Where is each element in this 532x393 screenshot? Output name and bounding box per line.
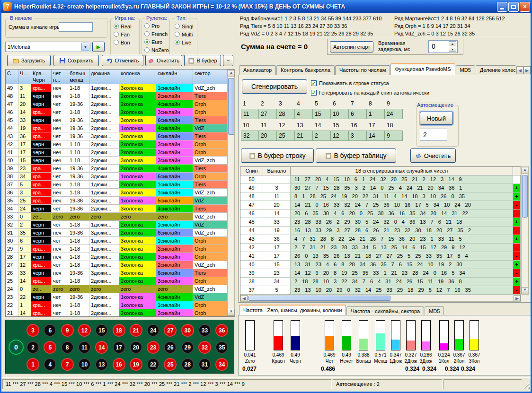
scrollbar-thumb[interactable]	[522, 175, 528, 218]
header-cell[interactable]: четн...	[52, 70, 68, 84]
table-row[interactable]: 322чернчет1-181дюжи...2колонка1сиклайнVd…	[6, 221, 235, 229]
scrollbar-thumb[interactable]	[228, 78, 234, 135]
board-number[interactable]: 7	[61, 358, 74, 371]
tab-контроль-банкролла[interactable]: Контроль банкролла	[276, 65, 335, 75]
board-number[interactable]: 25	[164, 358, 177, 371]
table-row[interactable]: 5011 27 28 4 15 10 6 1 24 32 20 25 21 2 …	[240, 175, 521, 184]
board-number[interactable]: 33	[198, 324, 211, 337]
tabs-scroll-right-icon[interactable]: ▶	[523, 66, 531, 74]
table-row[interactable]: 3424чернчет19-362дюжи...3колонка4сиклайн…	[6, 205, 235, 213]
start-sum-input[interactable]	[59, 22, 93, 32]
board-number[interactable]: 27	[164, 324, 177, 337]
board-number[interactable]: 22	[147, 358, 160, 371]
table-row[interactable]: 4015черннеч1-182дюжи...3колонка3сиклайнV…	[6, 157, 235, 165]
table-row[interactable]: 2114кра...чет1-182дюжи...2колонка3сиклай…	[6, 309, 235, 317]
generate-button[interactable]: Сгенерировать	[242, 79, 307, 94]
table-row[interactable]: 42172 7 31 21 23 28 33 34 5 13 25 14 6 1…	[240, 244, 521, 252]
header-cell[interactable]: колонка	[119, 70, 156, 84]
radio-nozero[interactable]: NoZero	[144, 46, 169, 54]
table-row[interactable]: 453323 28 33 26 2 29 30 5 24 32 0 4 36 1…	[240, 218, 521, 227]
checkbox-show-status[interactable]: ✓ Показывать в строке статуса	[311, 80, 389, 86]
table-row[interactable]: 461420 6 35 30 4 6 20 0 25 30 36 16 35 3…	[240, 210, 521, 218]
table-row[interactable]: 411726 0 13 35 26 13 21 18 27 27 25 5 25…	[240, 252, 521, 261]
table-row[interactable]: 3525кра...неч19-363дюжи...1колонка5сикла…	[6, 197, 235, 205]
load-button[interactable]: Загрузить	[7, 55, 51, 66]
generated-table-vscroll[interactable]: ▲ ▼	[521, 166, 529, 295]
table-row[interactable]: 4217черннеч1-182дюжи...2колонка3сиклайнO…	[6, 140, 235, 148]
radio-euro[interactable]: Euro	[144, 38, 169, 46]
board-number[interactable]: 8	[61, 341, 74, 354]
board-number[interactable]: 5	[44, 341, 56, 354]
table-row[interactable]: 48118 1 28 25 24 19 20 22 31 11 4 14 18 …	[240, 192, 521, 201]
table-row[interactable]: 4117черннеч1-182дюжи...2колонка3сиклайнO…	[6, 148, 235, 157]
tab-частота-сиклайны-сектора[interactable]: Частота - сиклайны, сектора	[346, 306, 424, 316]
radio-multi[interactable]: Multi	[175, 30, 193, 38]
radio-french[interactable]: French	[144, 30, 169, 38]
tab-md5[interactable]: MD5	[456, 65, 475, 75]
tab-частота-zero-шансы-дюжины-колонки[interactable]: Частота - Zero, шансы, дюжины, колонки	[239, 305, 346, 316]
board-number[interactable]: 26	[164, 341, 177, 354]
header-cell[interactable]: дюжина	[89, 70, 119, 84]
close-button[interactable]: ×	[520, 2, 530, 12]
table-row[interactable]: 4720чернчет19-362дюжи...2колонка4сиклайн…	[6, 100, 235, 108]
radio-live[interactable]: Live	[175, 38, 193, 46]
table-row[interactable]: 2817черннеч1-182дюжи...2колонка3сиклайнO…	[6, 253, 235, 261]
board-number[interactable]: 21	[130, 324, 142, 337]
clear-generated-button[interactable]: Очистить	[410, 148, 456, 163]
header-cell[interactable]: Кра...Черн	[31, 70, 52, 84]
board-number[interactable]: 17	[113, 341, 125, 354]
autoshift-input[interactable]	[420, 129, 447, 141]
spinner-down-icon[interactable]: ▼	[449, 47, 456, 52]
tab-функционал-psevdoms[interactable]: Функционал PsevdoMS	[390, 63, 455, 75]
collapse-button[interactable]: –	[223, 55, 233, 66]
delay-spinner[interactable]: 0 ▲ ▼	[428, 40, 458, 53]
table-row[interactable]: 330ze...zerozerozerozerozeroVdZ_zch	[6, 213, 235, 221]
board-zero[interactable]: 0	[9, 340, 24, 355]
table-row[interactable]: 2633черннеч19-363дюжи...3колонка6сиклайн…	[6, 269, 235, 277]
board-number[interactable]: 14	[95, 341, 108, 354]
table-row[interactable]: 2322чернчет19-362дюжи...1колонка4сиклайн…	[6, 293, 235, 301]
table-row[interactable]: 37523 13 10 20 29 0 32 14 25 33 29 18 29…	[240, 286, 521, 295]
table-row[interactable]: 49330 27 7 15 28 35 3 2 14 0 25 4 24 21 …	[240, 184, 521, 192]
table-row[interactable]: 363кра...неч1-181дюжи...3колонка1сиклайн…	[6, 189, 235, 197]
scroll-down-icon[interactable]: ▼	[228, 309, 235, 316]
chevron-down-icon[interactable]: ▼	[81, 43, 89, 51]
board-number[interactable]: 6	[44, 324, 56, 337]
radio-singl[interactable]: Singl	[175, 22, 193, 30]
history-scrollbar[interactable]: ▲ ▼	[227, 70, 235, 316]
board-number[interactable]: 4	[44, 358, 56, 371]
board-number[interactable]: 3	[27, 324, 39, 337]
table-row[interactable]: 472014 21 0 16 33 32 24 7 25 36 10 16 17…	[240, 201, 521, 210]
tab-частоты-по-числам[interactable]: Частоты по числам	[335, 65, 390, 75]
tabs-scroll-left-icon[interactable]: ◀	[516, 66, 523, 74]
board-number[interactable]: 20	[130, 341, 142, 354]
minimize-button[interactable]	[497, 2, 507, 12]
table-row[interactable]: 3135черннеч19-363дюжи...2колонка6сиклайн…	[6, 229, 235, 237]
radio-fan[interactable]: Fan	[114, 30, 132, 38]
radio-real[interactable]: Real	[114, 22, 132, 30]
board-number[interactable]: 9	[61, 324, 74, 337]
header-cell[interactable]: большменш	[68, 70, 89, 84]
profile-combobox[interactable]: 1Melonati ▼	[5, 42, 90, 52]
table-row[interactable]: 493кра...неч1-181дюжи...3колонка1сиклайн…	[6, 84, 235, 92]
table-row[interactable]: 392314 12 9 20 8 19 25 35 33 1 21 23 28 …	[240, 269, 521, 278]
scrollbar-thumb[interactable]	[248, 296, 390, 301]
scroll-left-icon[interactable]: ◀	[240, 295, 248, 301]
table-row[interactable]: 2712кра...чет1-181дюжи...3колонка2сиклай…	[6, 261, 235, 269]
table-row[interactable]: 4336кра...чет19-363дюжи...3колонка6сикла…	[6, 132, 235, 140]
tab-md5[interactable]: MD5	[425, 306, 444, 316]
undo-button[interactable]: Отменить	[102, 55, 143, 66]
table-row[interactable]: 4533черннеч19-363дюжи...3колонка6сиклайн…	[6, 116, 235, 124]
spinner-up-icon[interactable]: ▲	[449, 41, 456, 46]
board-number[interactable]: 18	[113, 324, 125, 337]
table-row[interactable]: 240ze...zerozerozerozerozeroVdZ_zch	[6, 285, 235, 293]
header-cell[interactable]: С...	[6, 70, 18, 84]
radio-pro[interactable]: Pro	[144, 22, 169, 30]
table-row[interactable]: 43364 7 31 28 8 22 24 21 26 7 15 36 20 2…	[240, 235, 521, 244]
header-cell[interactable]: Ч...	[18, 70, 31, 84]
table-row[interactable]: 221кра...неч1-181дюжи...1колонка1сиклайн…	[6, 301, 235, 309]
board-number[interactable]: 16	[113, 358, 125, 371]
scroll-down-icon[interactable]: ▼	[522, 287, 528, 294]
save-button[interactable]: Сохранить	[53, 55, 99, 66]
table-row[interactable]: 306чернчет1-181дюжи...3колонка1сиклайнOr…	[6, 237, 235, 245]
